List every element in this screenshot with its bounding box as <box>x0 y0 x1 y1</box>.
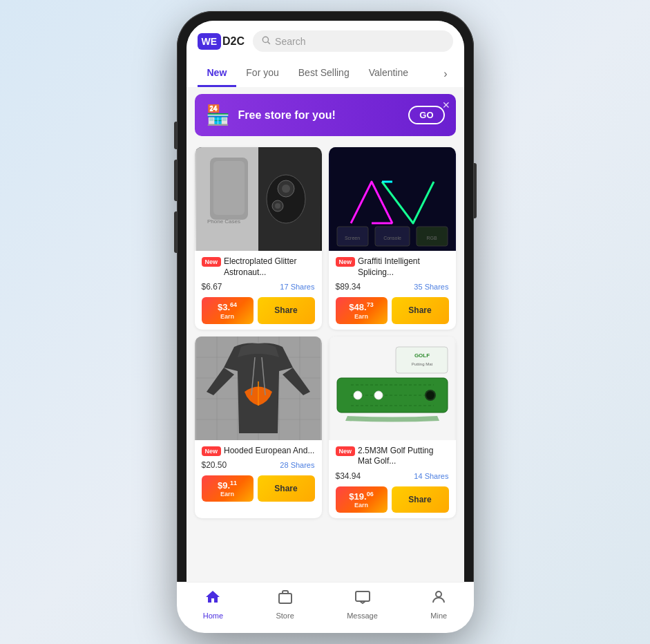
earn-price-4: $19.06 <box>349 491 373 502</box>
earn-share-row-1: $3.64 Earn Share <box>202 297 315 323</box>
svg-point-8 <box>282 184 290 193</box>
tab-for-you[interactable]: For you <box>236 60 288 87</box>
earn-button-1[interactable]: $3.64 Earn <box>202 297 254 323</box>
product-image-2: Screen Console RGB <box>329 147 456 251</box>
product-card-2[interactable]: Screen Console RGB New Graffiti Intellig… <box>329 147 456 330</box>
nav-store-label: Store <box>276 612 294 620</box>
earn-label-1: Earn <box>220 313 234 320</box>
svg-text:RGB: RGB <box>426 236 437 240</box>
banner-text: Free store for you! <box>238 109 401 122</box>
home-icon <box>204 589 221 609</box>
earn-button-3[interactable]: $9.11 Earn <box>202 475 254 502</box>
product-price-1: $6.67 <box>202 282 222 292</box>
message-icon <box>354 589 371 609</box>
product-shares-4: 14 Shares <box>414 472 448 480</box>
tab-best-selling[interactable]: Best Selling <box>289 60 359 87</box>
app-logo[interactable]: WE D2C <box>198 33 245 50</box>
share-button-4[interactable]: Share <box>392 486 449 513</box>
product-price-2: $89.34 <box>336 282 361 292</box>
earn-share-row-3: $9.11 Earn Share <box>202 475 315 502</box>
product-shares-3: 28 Shares <box>280 461 314 469</box>
banner-go-button[interactable]: GO <box>408 106 444 124</box>
svg-line-1 <box>268 42 270 44</box>
svg-point-0 <box>262 37 268 42</box>
svg-point-41 <box>426 391 434 399</box>
earn-share-row-4: $19.06 Earn Share <box>336 486 449 513</box>
earn-price-2: $48.73 <box>349 301 373 312</box>
product-grid: Phone Cases New Electroplated Glitter As… <box>195 147 456 518</box>
nav-home[interactable]: Home <box>203 589 223 620</box>
logo-we: WE <box>198 33 222 50</box>
earn-label-4: Earn <box>354 502 368 509</box>
nav-mine-label: Mine <box>430 612 447 620</box>
search-icon <box>261 35 271 47</box>
product-info-1: New Electroplated Glitter Astronaut... $… <box>195 251 322 330</box>
svg-rect-44 <box>396 347 448 373</box>
svg-point-43 <box>374 391 383 399</box>
bottom-navigation: Home Store Message <box>187 582 464 623</box>
svg-point-10 <box>275 203 280 209</box>
share-button-3[interactable]: Share <box>258 475 315 502</box>
share-button-2[interactable]: Share <box>392 297 449 323</box>
product-shares-2: 35 Shares <box>414 283 448 291</box>
tab-more-icon[interactable]: › <box>438 61 452 87</box>
tab-valentine[interactable]: Valentine <box>359 60 418 87</box>
svg-rect-47 <box>279 594 291 603</box>
search-bar[interactable]: Search <box>253 30 452 52</box>
phone-frame: WE D2C Search New For you Best <box>177 11 474 633</box>
svg-text:Console: Console <box>383 236 401 240</box>
earn-button-2[interactable]: $48.73 Earn <box>336 297 388 323</box>
product-info-4: New 2.5M3M Golf Putting Mat Golf... $34.… <box>329 440 456 519</box>
header-top: WE D2C Search <box>198 30 453 52</box>
product-info-2: New Graffiti Intelligent Splicing... $89… <box>329 251 456 330</box>
banner-store-icon: 🏪 <box>206 104 230 126</box>
product-card-1[interactable]: Phone Cases New Electroplated Glitter As… <box>195 147 322 330</box>
product-image-4: GOLF Putting Mat <box>329 337 456 440</box>
product-price-3: $20.50 <box>202 460 227 470</box>
banner-close-button[interactable]: ✕ <box>442 100 450 111</box>
tabs: New For you Best Selling Valentine › <box>198 60 453 87</box>
new-badge-4: New <box>336 446 356 456</box>
svg-text:GOLF: GOLF <box>414 352 429 359</box>
product-shares-1: 17 Shares <box>280 283 314 291</box>
product-info-3: New Hooded European And... $20.50 28 Sha… <box>195 440 322 508</box>
svg-text:Putting Mat: Putting Mat <box>411 362 432 366</box>
product-title-2: Graffiti Intelligent Splicing... <box>358 256 448 278</box>
phone-screen: WE D2C Search New For you Best <box>187 21 464 623</box>
mine-icon <box>430 589 447 609</box>
logo-d2c: D2C <box>222 35 245 48</box>
promo-banner[interactable]: 🏪 Free store for you! GO ✕ <box>195 94 456 136</box>
svg-rect-48 <box>356 591 370 601</box>
earn-price-3: $9.11 <box>218 480 237 491</box>
earn-button-4[interactable]: $19.06 Earn <box>336 486 388 513</box>
product-list: Phone Cases New Electroplated Glitter As… <box>187 143 464 623</box>
product-card-3[interactable]: New Hooded European And... $20.50 28 Sha… <box>195 337 322 519</box>
svg-point-49 <box>436 591 441 597</box>
svg-rect-5 <box>213 161 245 215</box>
product-card-4[interactable]: GOLF Putting Mat New 2.5M3M Golf Putting… <box>329 337 456 519</box>
nav-message-label: Message <box>347 612 378 620</box>
earn-share-row-2: $48.73 Earn Share <box>336 297 449 323</box>
earn-label-2: Earn <box>354 313 368 320</box>
nav-message[interactable]: Message <box>347 589 378 620</box>
new-badge-3: New <box>202 446 222 456</box>
earn-price-1: $3.64 <box>218 301 237 312</box>
share-button-1[interactable]: Share <box>258 297 315 323</box>
product-title-3: Hooded European And... <box>224 446 314 457</box>
product-price-4: $34.94 <box>336 471 361 481</box>
nav-mine[interactable]: Mine <box>430 589 447 620</box>
new-badge-1: New <box>202 257 222 267</box>
svg-point-42 <box>354 391 362 399</box>
svg-text:Screen: Screen <box>344 236 359 240</box>
store-icon <box>277 589 294 609</box>
header: WE D2C Search New For you Best <box>187 21 464 87</box>
tab-new[interactable]: New <box>198 60 237 87</box>
product-image-3 <box>195 337 322 440</box>
new-badge-2: New <box>336 257 356 267</box>
search-placeholder: Search <box>275 36 305 47</box>
earn-label-3: Earn <box>220 491 234 498</box>
product-title-1: Electroplated Glitter Astronaut... <box>224 256 314 278</box>
nav-store[interactable]: Store <box>276 589 294 620</box>
nav-home-label: Home <box>203 612 223 620</box>
product-image-1: Phone Cases <box>195 147 322 251</box>
